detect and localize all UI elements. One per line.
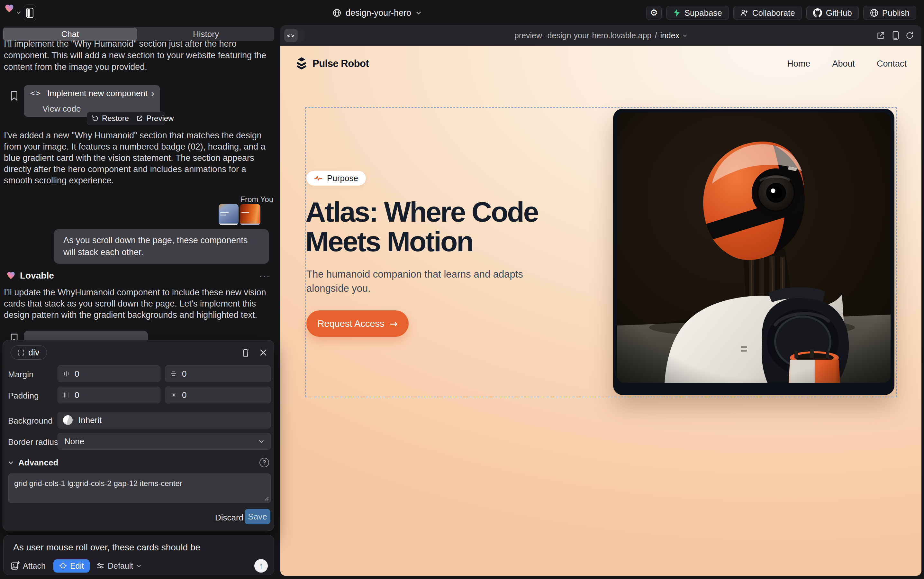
bookmark-icon[interactable] — [10, 91, 18, 101]
margin-y-icon — [170, 371, 177, 377]
composer-input[interactable]: As user mouse roll over, these cards sho… — [13, 542, 264, 553]
send-button[interactable]: ↑ — [254, 559, 268, 572]
advanced-label: Advanced — [18, 458, 260, 468]
help-icon[interactable]: ? — [260, 458, 269, 468]
resize-handle[interactable] — [264, 496, 269, 501]
site-brand[interactable]: Pulse Robot — [295, 57, 369, 71]
classes-value: grid grid-cols-1 lg:grid-cols-2 gap-12 i… — [14, 479, 182, 487]
margin-label: Margin — [8, 370, 33, 379]
margin-x-icon — [63, 371, 69, 377]
classes-textarea[interactable]: grid grid-cols-1 lg:grid-cols-2 gap-12 i… — [8, 473, 271, 503]
element-chip[interactable]: div — [11, 345, 47, 360]
margin-y-input[interactable]: 0 — [165, 365, 271, 382]
sidebar-toggle-button[interactable] — [24, 5, 36, 21]
color-swatch — [63, 415, 73, 425]
user-message-text: As you scroll down the page, these compo… — [63, 236, 248, 257]
model-selector[interactable]: Default — [96, 561, 142, 571]
attachment-thumbnail-blue[interactable] — [219, 204, 238, 225]
background-input[interactable]: Inherit — [57, 412, 271, 429]
discard-button[interactable]: Discard — [215, 513, 243, 523]
view-code-link[interactable]: View code — [42, 104, 81, 114]
padding-y-icon — [170, 392, 177, 398]
model-chevron-icon — [136, 563, 142, 568]
attachment-thumbnail-orange[interactable] — [240, 204, 260, 225]
assistant-header: Lovable ··· — [7, 270, 270, 281]
composer: As user mouse roll over, these cards sho… — [3, 535, 274, 575]
preview-url[interactable]: preview--design-your-hero.lovable.app / … — [280, 25, 921, 46]
site-content: Pulse Robot Home About Contact Purpose A… — [280, 46, 921, 576]
robot-image-card — [613, 109, 895, 395]
site-header: Pulse Robot Home About Contact — [280, 46, 921, 82]
hero-subtitle: The humanoid companion that learns and a… — [306, 267, 544, 296]
code-view-toggle[interactable]: <> — [284, 29, 305, 42]
tab-chat-label: Chat — [61, 29, 79, 39]
nav-contact[interactable]: Contact — [877, 59, 907, 69]
tab-history-label: History — [193, 29, 219, 39]
settings-button[interactable]: ⚙ — [646, 6, 662, 20]
url-chevron-icon — [682, 33, 687, 38]
element-tag: div — [28, 348, 39, 358]
restore-icon — [91, 115, 99, 122]
assistant-message-1: I'll implement the "Why Humanoid" sectio… — [4, 38, 273, 73]
lovable-heart-icon — [7, 271, 15, 280]
style-inspector-panel: div Margin 0 0 Padding 0 0 Background In… — [3, 340, 274, 531]
restore-preview-toolbar: Restore Preview — [87, 111, 165, 125]
dashed-selection-icon — [18, 350, 24, 355]
publish-button[interactable]: Publish — [863, 6, 916, 20]
close-icon[interactable] — [260, 349, 267, 357]
robot-image — [617, 113, 891, 383]
from-you-label: From You — [193, 195, 273, 204]
site-brand-name: Pulse Robot — [312, 58, 369, 69]
nav-home[interactable]: Home — [787, 59, 810, 69]
arrow-right-icon: → — [389, 318, 397, 329]
padding-x-input[interactable]: 0 — [57, 387, 160, 403]
github-button[interactable]: GitHub — [806, 6, 859, 20]
padding-label: Padding — [8, 391, 39, 401]
mobile-view-icon[interactable] — [891, 31, 900, 40]
workspace-chevron-down-icon[interactable] — [16, 10, 21, 15]
chevron-right-icon: › — [151, 88, 154, 99]
lovable-logo-icon[interactable] — [5, 4, 14, 13]
open-external-icon[interactable] — [877, 31, 885, 40]
attach-button[interactable]: Attach — [23, 561, 46, 571]
margin-x-input[interactable]: 0 — [57, 365, 160, 382]
model-selector-label: Default — [108, 561, 133, 571]
trash-icon[interactable] — [242, 348, 250, 357]
url-separator: / — [655, 31, 657, 40]
border-radius-select[interactable]: None — [57, 433, 271, 450]
request-access-label: Request Access — [317, 319, 384, 329]
padding-y-value: 0 — [182, 390, 186, 400]
collaborate-button[interactable]: Collaborate — [733, 6, 802, 20]
edit-mode-button[interactable]: Edit — [53, 559, 90, 572]
supabase-label: Supabase — [684, 8, 722, 18]
preview-button[interactable]: Preview — [146, 114, 174, 123]
background-value: Inherit — [78, 415, 101, 425]
crosshair-icon — [59, 562, 67, 570]
request-access-button[interactable]: Request Access → — [306, 311, 409, 337]
message-menu-button[interactable]: ··· — [259, 270, 270, 281]
assistant-message-3: I'll update the WhyHumanoid component to… — [4, 287, 273, 321]
project-switcher[interactable]: design-your-hero — [333, 0, 421, 26]
edit-mode-label: Edit — [70, 561, 84, 571]
hero-headline-line2: Meets Motion — [305, 227, 627, 256]
background-label: Background — [8, 416, 53, 426]
restore-button[interactable]: Restore — [102, 114, 129, 123]
refresh-icon[interactable] — [905, 31, 914, 40]
url-page: index — [660, 31, 679, 40]
code-icon: <> — [30, 89, 41, 98]
supabase-bolt-icon — [673, 9, 681, 17]
padding-y-input[interactable]: 0 — [165, 387, 271, 403]
supabase-button[interactable]: Supabase — [666, 6, 729, 20]
attach-image-icon — [11, 561, 20, 570]
preview-toolbar: <> preview--design-your-hero.lovable.app… — [280, 25, 921, 46]
preview-pane: <> preview--design-your-hero.lovable.app… — [280, 25, 921, 576]
nav-about[interactable]: About — [832, 59, 855, 69]
hero-badge-label: Purpose — [327, 173, 358, 183]
advanced-section-header[interactable]: Advanced ? — [8, 457, 269, 468]
project-name: design-your-hero — [346, 8, 411, 18]
border-radius-label: Border radius — [8, 437, 58, 447]
save-button[interactable]: Save — [245, 509, 270, 524]
publish-label: Publish — [882, 8, 909, 18]
person-plus-icon — [740, 9, 748, 17]
code-toggle-icon: <> — [287, 32, 295, 39]
